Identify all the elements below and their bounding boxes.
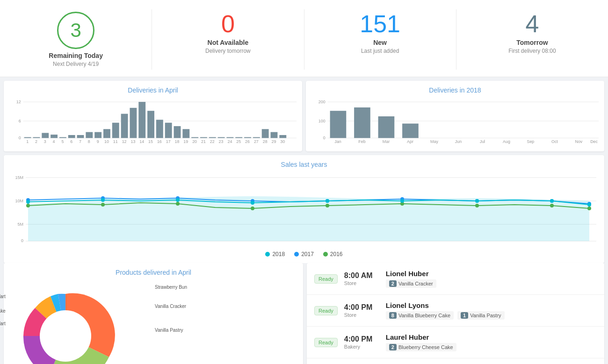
stat-number-new: 151 [360,12,400,36]
label-strawberry-tart: Strawberry Tart [0,294,6,299]
svg-rect-22 [165,123,172,138]
svg-rect-26 [200,137,207,138]
svg-text:25: 25 [236,140,241,144]
legend-2018: 2018 [265,251,285,257]
annual-chart-title: Deliveries in 2018 [311,86,599,94]
svg-rect-10 [59,137,66,138]
svg-rect-75 [402,123,419,138]
item-name: Blueberry Cheese Cake [398,344,453,350]
stats-row: 3 Remaining Today Next Delivery 4/19 0 N… [0,0,608,77]
sales-panel: Sales last years 15M 10M 5M 0 [4,155,604,263]
svg-text:Sep: Sep [527,140,534,144]
svg-point-122 [587,203,591,207]
annual-bar-chart: 200 100 0 Jan Feb Mar Apr May Jun Jul [311,98,599,144]
svg-text:26: 26 [245,140,250,144]
svg-rect-28 [218,137,225,138]
svg-text:7: 7 [79,140,81,144]
svg-text:23: 23 [219,140,224,144]
april-bar-chart: 12 6 0 [9,98,297,144]
ready-badge: Ready [314,306,338,315]
svg-rect-25 [191,137,198,138]
svg-text:16: 16 [157,140,162,144]
svg-rect-29 [226,137,233,138]
svg-rect-35 [279,135,286,138]
svg-rect-20 [147,111,154,138]
delivery-items-row: 8 Vanilla Blueberry Cake 1 Vanilla Pastr… [386,311,597,320]
svg-text:18: 18 [175,140,180,144]
svg-text:Jan: Jan [334,140,341,144]
bottom-row: Products delivered in April Strawberry T… [0,263,608,364]
stat-tomorrow: 4 Tomorrow First delivery 08:00 [456,9,608,70]
stat-sublabel-remaining: Next Delivery 4/19 [53,61,99,67]
stat-label-remaining: Remaining Today [49,52,103,59]
legend-label-2017: 2017 [301,251,314,257]
svg-text:8: 8 [88,140,90,144]
deliveries-panel: Ready 8:00 AM Store Lionel Huber 2 Vanil… [307,263,604,364]
delivery-time: 4:00 PM [344,303,379,312]
stat-not-available: 0 Not Available Delivery tomorrow [152,9,304,70]
svg-text:Oct: Oct [551,140,558,144]
svg-text:Apr: Apr [407,140,413,144]
svg-rect-24 [182,129,189,138]
item-qty: 2 [389,344,397,350]
delivery-item: Ready 4:00 PM Store Lionel Lyons 8 Vanil… [307,295,604,327]
stat-new: 151 New Last just added [304,9,456,70]
stat-remaining-today: 3 Remaining Today Next Delivery 4/19 [0,9,152,70]
delivery-name: Lionel Huber [386,270,597,278]
svg-text:Aug: Aug [503,140,510,144]
svg-text:10: 10 [104,140,109,144]
stat-label-tomorrow: Tomorrow [516,39,548,46]
svg-rect-30 [235,137,242,138]
svg-point-103 [550,204,554,207]
stat-circle: 3 [57,12,94,49]
item-qty: 8 [389,312,397,319]
svg-text:0: 0 [323,136,326,140]
svg-text:29: 29 [272,140,276,144]
svg-rect-9 [51,135,58,138]
svg-point-115 [101,198,105,202]
delivery-items-row: 2 Vanilla Cracker [386,279,597,288]
stat-label-new: New [373,39,387,46]
delivery-items-row: 2 Blueberry Cheese Cake [386,343,597,351]
svg-rect-74 [378,116,395,138]
svg-text:10M: 10M [15,199,23,203]
item-name: Vanilla Cracker [398,281,433,286]
svg-point-100 [326,204,329,207]
item-name: Vanilla Blueberry Cake [398,313,450,318]
label-strawberry-cheese: Strawberry Cheese Cake [0,308,6,314]
svg-rect-73 [354,107,370,138]
svg-text:20: 20 [192,140,197,144]
deliveries-scroll[interactable]: Ready 8:00 AM Store Lionel Huber 2 Vanil… [307,263,604,364]
legend-dot-2017 [294,252,299,257]
label-vanilla-pastry: Vanilla Pastry [155,328,187,333]
sales-chart-title: Sales last years [9,161,599,168]
svg-point-97 [101,203,105,207]
svg-text:4: 4 [53,140,55,144]
delivery-name: Lionel Lyons [386,301,597,309]
svg-text:200: 200 [318,100,326,104]
svg-rect-34 [271,132,278,138]
svg-rect-23 [174,126,181,138]
svg-point-123 [40,310,91,362]
svg-text:Dec: Dec [590,140,598,144]
legend-dot-2016 [323,252,328,257]
svg-rect-17 [121,114,128,138]
stat-number-remaining: 3 [70,19,81,42]
legend-label-2018: 2018 [272,251,285,257]
svg-text:15: 15 [148,140,153,144]
svg-text:30: 30 [280,140,285,144]
svg-point-96 [26,204,30,207]
svg-rect-14 [94,132,101,138]
delivery-store: Store [344,280,379,286]
svg-text:24: 24 [227,140,232,144]
svg-rect-7 [33,137,40,138]
svg-rect-13 [86,132,93,138]
svg-rect-15 [103,129,110,138]
svg-text:12: 12 [122,140,127,144]
delivery-item: Ready 4:00 PM Bakery Laurel Huber 2 Blue… [307,327,604,358]
svg-text:Nov: Nov [575,140,583,144]
svg-text:May: May [430,140,439,144]
annual-chart-panel: Deliveries in 2018 200 100 0 Jan Feb [306,81,604,151]
svg-rect-19 [138,102,145,138]
svg-text:2: 2 [35,140,37,144]
